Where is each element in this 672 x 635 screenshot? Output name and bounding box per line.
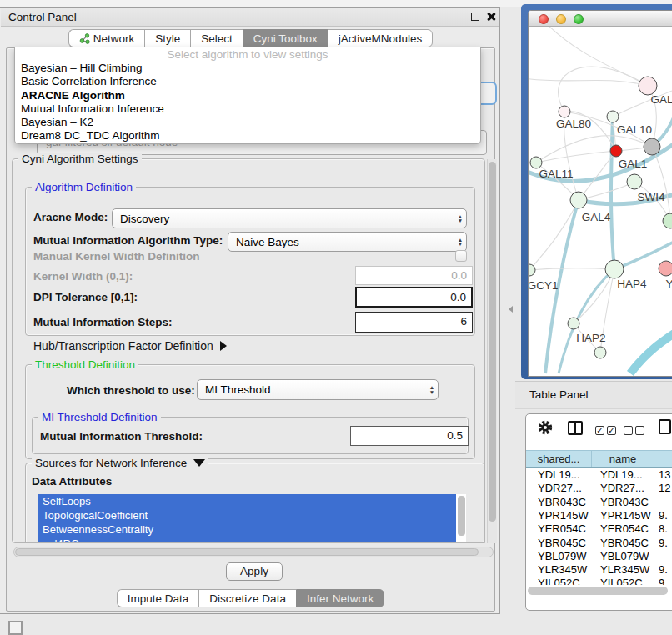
table-cell: 13 <box>659 468 670 482</box>
splitter-collapse-icon[interactable] <box>509 306 513 312</box>
node-hap4[interactable] <box>605 260 624 278</box>
manual-kernel-label: Manual Kernel Width Definition <box>33 250 199 262</box>
close-traffic-button[interactable] <box>539 14 549 24</box>
gear-icon[interactable] <box>538 420 553 435</box>
gray-edges <box>529 27 672 352</box>
table-row[interactable]: YER054CYER054C8. <box>526 522 672 536</box>
network-window-titlebar <box>529 11 672 27</box>
table-cell: 9. <box>659 509 668 522</box>
tab-discretize-data[interactable]: Discretize Data <box>198 589 296 608</box>
tab-label: Cyni Toolbox <box>253 30 318 48</box>
table-row[interactable]: YPR145WYPR145W9. <box>526 509 672 522</box>
column-header-partial[interactable] <box>654 451 672 467</box>
algorithm-option-mutual-information-inference[interactable]: Mutual Information Inference <box>15 102 480 116</box>
data-attributes-list[interactable]: SelfLoopsTopologicalCoefficientBetweenne… <box>38 494 466 542</box>
node-gray[interactable] <box>644 138 660 155</box>
settings-scrollbar-thumb[interactable] <box>489 162 496 522</box>
node-gcy1[interactable] <box>529 264 535 276</box>
mi-threshold-field[interactable]: 0.5 <box>350 426 469 446</box>
network-view-frame: GALGAL80GAL10GAL1GAL11SWI4GAL4GCY1HAP4YH… <box>521 4 672 379</box>
tab-jactivemnodules[interactable]: jActiveMNodules <box>328 29 434 48</box>
manual-kernel-checkbox[interactable] <box>455 250 467 262</box>
apply-button[interactable]: Apply <box>226 562 283 581</box>
node-hap2[interactable] <box>568 318 579 329</box>
tab-cyni-toolbox[interactable]: Cyni Toolbox <box>243 29 328 48</box>
document-icon[interactable] <box>659 419 671 434</box>
aracne-mode-combo[interactable]: Discovery ▲▼ <box>112 208 467 228</box>
node-gal80[interactable] <box>559 106 570 118</box>
close-icon[interactable] <box>486 12 496 22</box>
collapsed-panel-icon[interactable] <box>8 621 23 635</box>
table-cell: 12 <box>659 482 670 495</box>
select-all-checkboxes-icon[interactable]: ✓✓ <box>595 426 616 435</box>
mi-type-combo[interactable]: Naive Bayes ▲▼ <box>228 232 467 252</box>
table-row[interactable]: YDR27...YDR27...12 <box>526 482 672 495</box>
data-attribute-item[interactable]: SelfLoops <box>38 494 456 508</box>
node-gal4[interactable] <box>570 192 587 208</box>
dpi-tolerance-field[interactable]: 0.0 <box>355 287 473 308</box>
settings-group-title: Cyni Algorithm Settings <box>18 152 142 165</box>
kernel-width-label: Kernel Width (0,1): <box>33 270 133 282</box>
minimize-traffic-button[interactable] <box>556 14 566 24</box>
node-label-gal11: GAL11 <box>539 168 573 180</box>
horizontal-scrollbar-thumb[interactable] <box>15 548 479 556</box>
attributes-scrollbar-thumb[interactable] <box>458 496 465 536</box>
zoom-traffic-button[interactable] <box>574 14 584 24</box>
hub-definition-toggle[interactable]: Hub/Transcription Factor Definition <box>33 339 227 352</box>
network-svg[interactable]: GALGAL80GAL10GAL1GAL11SWI4GAL4GCY1HAP4YH… <box>529 27 672 377</box>
deselect-all-checkboxes-icon[interactable] <box>624 426 644 435</box>
node-gal1[interactable] <box>610 145 622 157</box>
tab-network[interactable]: Network <box>68 29 145 48</box>
mi-steps-field[interactable]: 6 <box>355 312 473 332</box>
node-pale-pink-top[interactable] <box>639 77 657 95</box>
column-header-name[interactable]: name <box>592 451 654 467</box>
combo-stepper-icon: ▲▼ <box>426 385 438 394</box>
column-header-shared[interactable]: shared... <box>526 451 592 467</box>
panel-tabs: NetworkStyleSelectCyni ToolboxjActiveMNo… <box>0 29 501 48</box>
node-label-y: Y <box>665 278 672 290</box>
tab-label: Impute Data <box>128 590 189 608</box>
node-label-gal10: GAL10 <box>617 123 652 136</box>
tab-impute-data[interactable]: Impute Data <box>117 589 199 608</box>
table-row[interactable]: YIL052CYIL052C9. <box>526 577 672 585</box>
combo-stepper-icon: ▲▼ <box>454 214 466 223</box>
algorithm-option-basic-correlation-inference[interactable]: Basic Correlation Inference <box>15 75 480 88</box>
algorithm-popup-list: Select algorithm to view settings Bayesi… <box>14 48 481 144</box>
float-window-icon[interactable] <box>471 12 479 21</box>
algorithm-option-bayesian-hill-climbing[interactable]: Bayesian – Hill Climbing <box>15 62 480 75</box>
tab-select[interactable]: Select <box>190 29 243 48</box>
aracne-mode-label: Aracne Mode: <box>33 211 108 223</box>
node-gal11[interactable] <box>530 157 542 168</box>
table-cell: YDL19... <box>538 468 580 482</box>
node-swi4[interactable] <box>627 174 642 189</box>
algorithm-option-dream8-dc-tdc-algorithm[interactable]: Dream8 DC_TDC Algorithm <box>15 129 480 142</box>
algorithm-option-aracne-algorithm[interactable]: ARACNE Algorithm <box>15 89 480 102</box>
tab-label: Select <box>201 30 233 48</box>
table-scrollbar-thumb[interactable] <box>528 587 668 595</box>
data-attribute-item[interactable]: BetweennessCentrality <box>38 522 456 537</box>
tab-style[interactable]: Style <box>144 29 190 48</box>
table-header-row: shared... name <box>526 450 672 468</box>
table-horizontal-scrollbar[interactable] <box>528 586 672 596</box>
algorithm-option-bayesian-k2[interactable]: Bayesian – K2 <box>15 116 480 129</box>
table-row[interactable]: YBR043CYBR043C <box>526 496 672 509</box>
table-row[interactable]: YLR345WYLR345W9. <box>526 563 672 577</box>
table-cell: 8. <box>659 522 668 536</box>
tab-label: Infer Network <box>307 590 374 608</box>
node-gal10[interactable] <box>607 111 619 122</box>
mi-type-label: Mutual Information Algorithm Type: <box>33 234 223 247</box>
node-salmon-right[interactable] <box>659 261 672 276</box>
data-attribute-item[interactable]: TopologicalCoefficient <box>38 508 456 522</box>
node-green-right[interactable] <box>663 213 672 228</box>
table-row[interactable]: YBR045CYBR045C9. <box>526 537 672 550</box>
table-row[interactable]: YDL19...YDL19...13 <box>526 468 672 482</box>
sources-toggle[interactable]: Sources for Network Inference <box>32 457 208 469</box>
node-small-bottom[interactable] <box>594 347 606 358</box>
data-attribute-item[interactable]: gal4RGexp <box>38 537 456 542</box>
table-cell: YDR27... <box>600 482 644 495</box>
column-view-icon[interactable] <box>568 421 583 435</box>
table-row[interactable]: YBL079WYBL079W <box>526 550 672 563</box>
which-threshold-combo[interactable]: MI Threshold ▲▼ <box>197 379 439 400</box>
table-rows: YDL19...YDL19...13YDR27...YDR27...12YBR0… <box>526 468 672 585</box>
tab-infer-network[interactable]: Infer Network <box>296 589 384 608</box>
